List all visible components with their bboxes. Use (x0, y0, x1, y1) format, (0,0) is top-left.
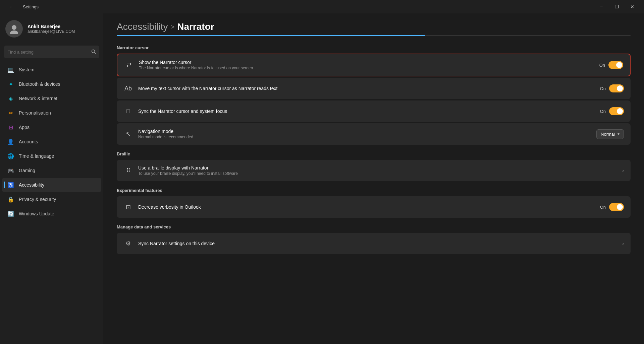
narrator-cursor-cards: ⇄ Show the Narrator cursor The Narrator … (117, 54, 631, 145)
card-icon-sync-cursor: □ (123, 107, 133, 116)
privacy-icon: 🔒 (7, 196, 14, 203)
toggle-label-decrease-verbosity: On (600, 205, 606, 210)
bluetooth-icon: ✦ (7, 81, 14, 87)
card-title-show-cursor: Show the Narrator cursor (139, 60, 594, 65)
breadcrumb: Accessibility > Narrator (117, 21, 631, 32)
sidebar-item-time[interactable]: 🌐 Time & language (2, 149, 101, 163)
sidebar-item-label-accounts: Accounts (19, 139, 38, 144)
card-title-move-text-cursor: Move my text cursor with the Narrator cu… (138, 86, 595, 91)
svg-point-1 (10, 30, 18, 34)
manage-data-heading: Manage data and services (117, 224, 631, 229)
card-title-braille-display: Use a braille display with Narrator (138, 165, 617, 170)
page-progress-fill (117, 35, 425, 36)
sidebar-item-system[interactable]: 💻 System (2, 63, 101, 77)
minimize-button[interactable]: − (594, 1, 609, 12)
profile-name: Ankit Banerjee (28, 24, 75, 29)
sidebar-item-label-gaming: Gaming (19, 168, 35, 173)
card-icon-navigation-mode: ↖ (123, 129, 133, 139)
card-desc-navigation-mode: Normal mode is recommended (138, 135, 591, 139)
personalisation-icon: ✏ (7, 110, 14, 116)
sidebar-item-label-personalisation: Personalisation (19, 110, 51, 116)
windows-update-icon: 🔄 (7, 210, 14, 217)
card-icon-show-cursor: ⇄ (124, 60, 133, 70)
sidebar-item-gaming[interactable]: 🎮 Gaming (2, 163, 101, 178)
close-button[interactable]: ✕ (625, 1, 640, 12)
sidebar-item-label-accessibility: Accessibility (19, 182, 44, 188)
narrator-cursor-heading: Narrator cursor (117, 45, 631, 50)
dropdown-navigation-mode[interactable]: Normal ▾ (596, 129, 624, 139)
app-body: Ankit Banerjee ankitbanerjee@LIVE.COM 💻 … (0, 13, 644, 344)
experimental-heading: Experimental features (117, 188, 631, 193)
breadcrumb-current: Narrator (177, 21, 214, 32)
sidebar-item-windows-update[interactable]: 🔄 Windows Update (2, 207, 101, 221)
setting-card-navigation-mode[interactable]: ↖ Navigation mode Normal mode is recomme… (117, 123, 631, 145)
setting-card-move-text-cursor[interactable]: Ab Move my text cursor with the Narrator… (117, 78, 631, 99)
toggle-move-text-cursor[interactable] (609, 84, 624, 92)
setting-card-show-cursor[interactable]: ⇄ Show the Narrator cursor The Narrator … (117, 54, 631, 76)
card-icon-manage-narrator: ⚙ (123, 239, 133, 248)
card-icon-decrease-verbosity: ⊡ (123, 202, 133, 212)
back-button[interactable]: ← (4, 1, 19, 12)
maximize-button[interactable]: ❐ (609, 1, 625, 12)
toggle-decrease-verbosity[interactable] (609, 203, 624, 211)
card-text-sync-cursor: Sync the Narrator cursor and system focu… (138, 109, 595, 114)
card-desc-braille-display: To use your braille display, you'll need… (138, 171, 617, 176)
sidebar-item-privacy[interactable]: 🔒 Privacy & security (2, 192, 101, 206)
card-icon-braille-display: ⠿ (123, 166, 133, 175)
sidebar-item-label-bluetooth: Bluetooth & devices (19, 81, 60, 87)
accounts-icon: 👤 (7, 138, 14, 145)
sidebar-item-label-apps: Apps (19, 125, 30, 130)
search-box[interactable] (4, 46, 99, 58)
card-control-show-cursor: On (599, 61, 623, 69)
sidebar-item-personalisation[interactable]: ✏ Personalisation (2, 106, 101, 120)
avatar (5, 20, 23, 38)
card-text-manage-narrator: Sync Narrator settings on this device (138, 241, 617, 246)
search-input[interactable] (7, 50, 89, 55)
network-icon: ◈ (7, 95, 14, 102)
card-control-move-text-cursor: On (600, 84, 624, 92)
card-text-decrease-verbosity: Decrease verbosity in Outlook (138, 204, 595, 210)
card-text-show-cursor: Show the Narrator cursor The Narrator cu… (139, 60, 594, 70)
profile-email: ankitbanerjee@LIVE.COM (28, 29, 75, 34)
sidebar-item-bluetooth[interactable]: ✦ Bluetooth & devices (2, 77, 101, 91)
system-icon: 💻 (7, 66, 14, 73)
search-icon (91, 49, 96, 55)
sidebar-item-accessibility[interactable]: ♿ Accessibility (2, 178, 101, 192)
sidebar-item-accounts[interactable]: 👤 Accounts (2, 135, 101, 149)
breadcrumb-parent[interactable]: Accessibility (117, 21, 168, 32)
card-text-move-text-cursor: Move my text cursor with the Narrator cu… (138, 86, 595, 91)
titlebar-controls: − ❐ ✕ (594, 1, 640, 12)
app-title: Settings (23, 4, 39, 9)
toggle-sync-cursor[interactable] (609, 107, 624, 115)
card-desc-show-cursor: The Narrator cursor is where Narrator is… (139, 66, 594, 70)
sidebar-item-network[interactable]: ◈ Network & internet (2, 91, 101, 106)
braille-heading: Braille (117, 151, 631, 156)
setting-card-decrease-verbosity[interactable]: ⊡ Decrease verbosity in Outlook On (117, 196, 631, 218)
card-title-manage-narrator: Sync Narrator settings on this device (138, 241, 617, 246)
braille-cards: ⠿ Use a braille display with Narrator To… (117, 160, 631, 181)
sidebar-item-apps[interactable]: ⊞ Apps (2, 120, 101, 134)
page-progress (117, 35, 631, 36)
setting-card-braille-display[interactable]: ⠿ Use a braille display with Narrator To… (117, 160, 631, 181)
chevron-down-icon: ▾ (618, 132, 620, 136)
titlebar-left: ← Settings (4, 1, 39, 12)
card-text-braille-display: Use a braille display with Narrator To u… (138, 165, 617, 176)
setting-card-sync-cursor[interactable]: □ Sync the Narrator cursor and system fo… (117, 100, 631, 122)
card-icon-move-text-cursor: Ab (123, 84, 133, 93)
setting-card-manage-narrator[interactable]: ⚙ Sync Narrator settings on this device … (117, 233, 631, 254)
card-text-navigation-mode: Navigation mode Normal mode is recommend… (138, 129, 591, 139)
svg-point-0 (12, 25, 16, 30)
sidebar-item-label-system: System (19, 67, 35, 72)
sidebar-item-label-time: Time & language (19, 153, 54, 159)
toggle-show-cursor[interactable] (608, 61, 623, 69)
card-title-navigation-mode: Navigation mode (138, 129, 591, 134)
card-control-sync-cursor: On (600, 107, 624, 115)
profile-section: Ankit Banerjee ankitbanerjee@LIVE.COM (0, 13, 103, 43)
card-control-decrease-verbosity: On (600, 203, 624, 211)
gaming-icon: 🎮 (7, 167, 14, 174)
profile-info: Ankit Banerjee ankitbanerjee@LIVE.COM (28, 24, 75, 34)
manage-data-cards: ⚙ Sync Narrator settings on this device … (117, 233, 631, 254)
toggle-label-sync-cursor: On (600, 109, 606, 114)
svg-line-3 (95, 52, 96, 54)
card-title-decrease-verbosity: Decrease verbosity in Outlook (138, 204, 595, 210)
